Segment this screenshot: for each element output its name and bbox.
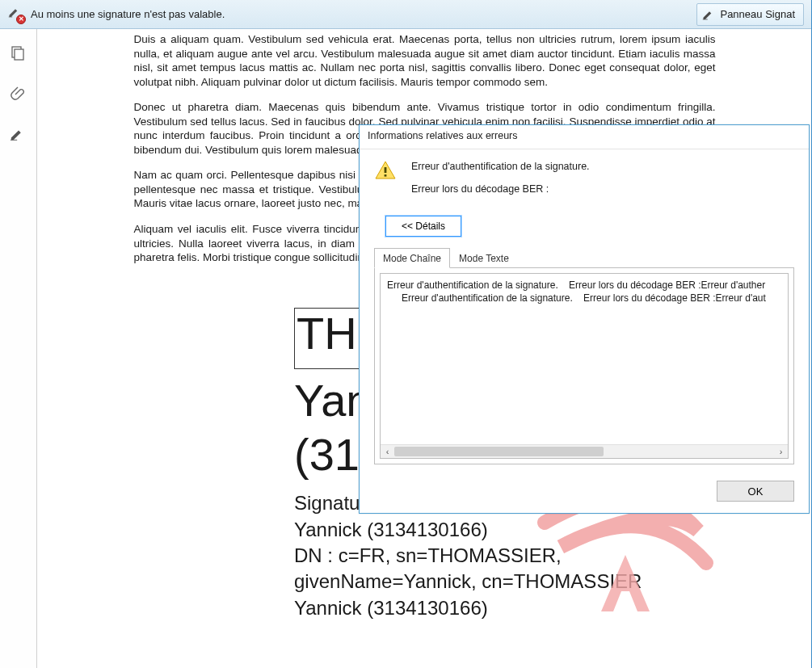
signature-panel-button[interactable]: Panneau Signat xyxy=(696,3,804,26)
signature-invalid-icon: ✕ xyxy=(8,6,24,23)
signature-line: DN : c=FR, sn=THOMASSIER, xyxy=(294,543,714,569)
dialog-title: Informations relatives aux erreurs xyxy=(360,125,809,149)
horizontal-scrollbar[interactable]: ‹ › xyxy=(381,444,788,458)
scroll-left-icon[interactable]: ‹ xyxy=(381,445,394,459)
error-list-item: Erreur lors du décodage BER :Erreur d'au… xyxy=(569,279,765,291)
signature-panel-label: Panneau Signat xyxy=(720,8,795,20)
tab-chain-mode[interactable]: Mode Chaîne xyxy=(374,248,450,268)
signature-warning-text: Au moins une signature n'est pas valable… xyxy=(31,8,690,20)
error-list-item: Erreur d'authentification de la signatur… xyxy=(402,292,573,304)
signature-line: Yannick (3134130166) xyxy=(294,517,714,543)
svg-rect-2 xyxy=(385,167,387,173)
svg-rect-1 xyxy=(15,49,23,60)
error-list-item: Erreur d'authentification de la signatur… xyxy=(387,279,558,291)
error-list-item: Erreur lors du décodage BER :Erreur d'au… xyxy=(583,292,766,304)
details-button[interactable]: << Détails xyxy=(385,216,461,237)
signature-warning-bar: ✕ Au moins une signature n'est pas valab… xyxy=(0,0,812,29)
signature-line: givenName=Yannick, cn=THOMASSIER xyxy=(294,569,714,594)
svg-rect-3 xyxy=(385,174,387,177)
thumbnails-icon[interactable] xyxy=(9,44,28,63)
error-info-dialog: Informations relatives aux erreurs Erreu… xyxy=(359,124,810,514)
scroll-right-icon[interactable]: › xyxy=(774,445,788,459)
error-list[interactable]: Erreur d'authentification de la signatur… xyxy=(380,273,789,459)
side-toolbar xyxy=(0,29,37,668)
ok-button[interactable]: OK xyxy=(717,481,794,502)
scroll-thumb[interactable] xyxy=(394,447,604,456)
paragraph: Duis a aliquam quam. Vestibulum sed vehi… xyxy=(134,32,716,89)
warning-icon xyxy=(374,159,397,182)
error-message: Erreur d'authentification de la signatur… xyxy=(411,161,590,172)
tab-text-mode[interactable]: Mode Texte xyxy=(450,248,518,267)
signatures-icon[interactable] xyxy=(9,124,28,144)
error-message: Erreur lors du décodage BER : xyxy=(411,183,590,195)
signature-line: Yannick (3134130166) xyxy=(294,595,714,621)
attachments-icon[interactable] xyxy=(9,84,28,103)
error-tabs: Mode Chaîne Mode Texte xyxy=(374,248,794,268)
